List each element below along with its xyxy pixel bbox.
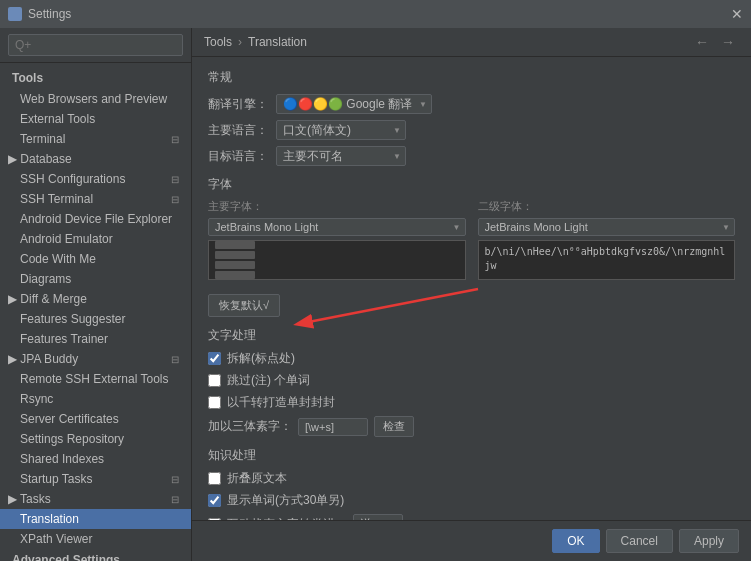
sidebar-category-advanced: Advanced Settings [0, 549, 191, 561]
source-lang-select[interactable]: 口文(简体文) [276, 120, 406, 140]
sidebar-category-tools: Tools [0, 67, 191, 89]
display-option1-row: 折叠原文本 [208, 470, 735, 487]
sidebar-item-android-file[interactable]: Android Device File Explorer [0, 209, 191, 229]
font-section-title: 字体 [208, 176, 735, 193]
bottom-bar: OK Cancel Apply [192, 520, 751, 561]
sidebar: Tools Web Browsers and Preview External … [0, 28, 192, 561]
sidebar-item-web-browsers[interactable]: Web Browsers and Preview [0, 89, 191, 109]
regex-label: 加以三体素字： [208, 418, 292, 435]
svg-line-1 [298, 289, 478, 324]
breadcrumb-current: Translation [248, 35, 307, 49]
sidebar-item-database[interactable]: ▶ Database [0, 149, 191, 169]
apply-button[interactable]: Apply [679, 529, 739, 553]
sidebar-item-startup-tasks[interactable]: Startup Tasks⊟ [0, 469, 191, 489]
source-lang-form-group: 主要语言： 口文(简体文) [208, 120, 735, 140]
sidebar-item-server-certs[interactable]: Server Certificates [0, 409, 191, 429]
primary-font-select[interactable]: JetBrains Mono Light [208, 218, 466, 236]
breadcrumb-bar: Tools › Translation ← → [192, 28, 751, 57]
preview-square-2 [215, 251, 255, 259]
primary-font-label: 主要字体： [208, 199, 466, 214]
regex-row: 加以三体素字： 检查 [208, 416, 735, 437]
secondary-font-select[interactable]: JetBrains Mono Light [478, 218, 736, 236]
sidebar-item-rsync[interactable]: Rsync [0, 389, 191, 409]
secondary-font-select-wrapper: JetBrains Mono Light [478, 218, 736, 236]
sidebar-item-settings-repo[interactable]: Settings Repository [0, 429, 191, 449]
option2-label: 跳过(注) 个单词 [227, 372, 310, 389]
primary-font-preview [208, 240, 466, 280]
engine-select[interactable]: 🔵🔴🟡🟢 Google 翻译 [276, 94, 432, 114]
sidebar-item-android-emulator[interactable]: Android Emulator [0, 229, 191, 249]
sidebar-section-tools: Tools Web Browsers and Preview External … [0, 63, 191, 561]
sidebar-item-diff-merge[interactable]: ▶ Diff & Merge [0, 289, 191, 309]
test-button[interactable]: 检查 [374, 416, 414, 437]
display-option1-checkbox[interactable] [208, 472, 221, 485]
sidebar-item-external-tools[interactable]: External Tools [0, 109, 191, 129]
sidebar-item-shared-indexes[interactable]: Shared Indexes [0, 449, 191, 469]
display-option1-label: 折叠原文本 [227, 470, 287, 487]
ok-button[interactable]: OK [552, 529, 599, 553]
sidebar-item-features-trainer[interactable]: Features Trainer [0, 329, 191, 349]
primary-font-select-wrapper: JetBrains Mono Light [208, 218, 466, 236]
display-option3-select[interactable]: 送 [353, 514, 403, 520]
display-section-title: 知识处理 [208, 447, 735, 464]
reset-btn-container: 恢复默认√ [208, 294, 280, 317]
option1-row: 拆解(标点处) [208, 350, 735, 367]
target-lang-form-group: 目标语言： 主要不可名 [208, 146, 735, 166]
search-box [0, 28, 191, 63]
secondary-font-preview-area: b/\ni/\nHee/\n⁰⁰aHpbtdkgfvsz0&/\nrzmgnhl… [478, 240, 736, 280]
primary-font-col: 主要字体： JetBrains Mono Light [208, 199, 466, 284]
app-icon [8, 7, 22, 21]
option3-checkbox[interactable] [208, 396, 221, 409]
preview-square-3 [215, 261, 255, 269]
preview-square-1 [215, 241, 255, 249]
engine-label: 翻译引擎： [208, 96, 268, 113]
sidebar-item-xpath[interactable]: XPath Viewer [0, 529, 191, 549]
right-panel: Tools › Translation ← → 常规 翻译引擎： 🔵🔴🟡🟢 Go… [192, 28, 751, 561]
general-section-title: 常规 [208, 69, 735, 86]
sidebar-item-features-suggester[interactable]: Features Suggester [0, 309, 191, 329]
engine-select-wrapper: 🔵🔴🟡🟢 Google 翻译 [276, 94, 432, 114]
cancel-button[interactable]: Cancel [606, 529, 673, 553]
translation-options-title: 文字处理 [208, 327, 735, 344]
display-section: 知识处理 折叠原文本 显示单词(方式30单另) 互动状态文字转类进： [208, 447, 735, 520]
translation-options-section: 文字处理 拆解(标点处) 跳过(注) 个单词 以千转打造单封封封 加以 [208, 327, 735, 437]
sidebar-item-tasks[interactable]: ▶ Tasks⊟ [0, 489, 191, 509]
title-bar: Settings ✕ [0, 0, 751, 28]
sidebar-item-ssh-config[interactable]: SSH Configurations⊟ [0, 169, 191, 189]
nav-arrows: ← → [691, 34, 739, 50]
display-option2-checkbox[interactable] [208, 494, 221, 507]
target-lang-select-wrapper: 主要不可名 [276, 146, 406, 166]
sidebar-item-translation[interactable]: Translation [0, 509, 191, 529]
sidebar-item-jpa-buddy[interactable]: ▶ JPA Buddy⊟ [0, 349, 191, 369]
primary-font-preview-area [208, 240, 466, 280]
window-title: Settings [28, 7, 71, 21]
sidebar-item-code-with-me[interactable]: Code With Me [0, 249, 191, 269]
font-row: 主要字体： JetBrains Mono Light [208, 199, 735, 284]
settings-content: 常规 翻译引擎： 🔵🔴🟡🟢 Google 翻译 主要语言： 口文(简体文) [192, 57, 751, 520]
sidebar-item-diagrams[interactable]: Diagrams [0, 269, 191, 289]
nav-forward-button[interactable]: → [717, 34, 739, 50]
preview-squares [215, 241, 459, 279]
settings-window: Settings ✕ Tools Web Browsers and Previe… [0, 0, 751, 561]
breadcrumb-parent: Tools [204, 35, 232, 49]
regex-input[interactable] [298, 418, 368, 436]
target-lang-label: 目标语言： [208, 148, 268, 165]
breadcrumb-separator: › [238, 35, 242, 49]
sidebar-item-ssh-terminal[interactable]: SSH Terminal⊟ [0, 189, 191, 209]
reset-defaults-button[interactable]: 恢复默认√ [208, 294, 280, 317]
font-section: 字体 主要字体： JetBrains Mono Light [208, 176, 735, 317]
close-button[interactable]: ✕ [731, 6, 743, 22]
sidebar-item-remote-ssh[interactable]: Remote SSH External Tools [0, 369, 191, 389]
secondary-font-preview: b/\ni/\nHee/\n⁰⁰aHpbtdkgfvsz0&/\nrzmgnhl… [478, 240, 736, 280]
source-lang-label: 主要语言： [208, 122, 268, 139]
option2-checkbox[interactable] [208, 374, 221, 387]
sidebar-item-terminal[interactable]: Terminal⊟ [0, 129, 191, 149]
secondary-font-label: 二级字体： [478, 199, 736, 214]
option1-checkbox[interactable] [208, 352, 221, 365]
search-input[interactable] [8, 34, 183, 56]
option3-row: 以千转打造单封封封 [208, 394, 735, 411]
main-content: Tools Web Browsers and Preview External … [0, 28, 751, 561]
preview-square-4 [215, 271, 255, 279]
target-lang-select[interactable]: 主要不可名 [276, 146, 406, 166]
nav-back-button[interactable]: ← [691, 34, 713, 50]
